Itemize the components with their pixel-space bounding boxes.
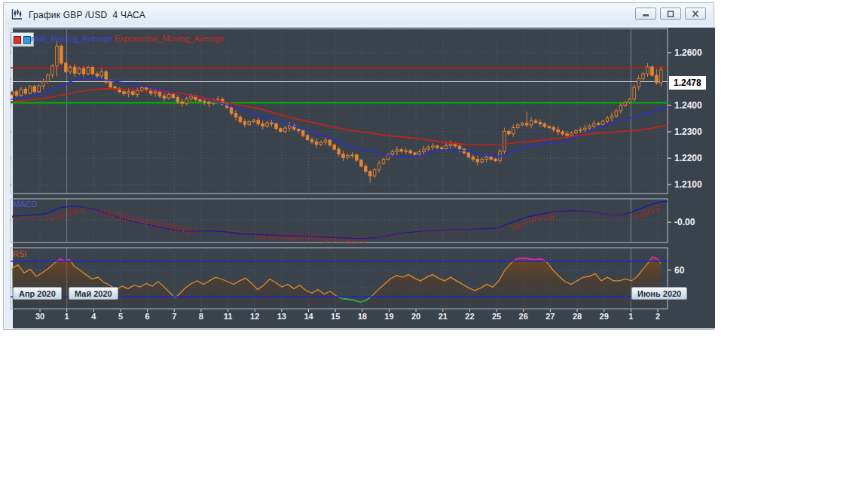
window-title: График GBP /USD 4 ЧАСА bbox=[29, 10, 145, 20]
minimize-button[interactable] bbox=[635, 8, 656, 20]
close-button[interactable] bbox=[685, 8, 706, 20]
minimize-icon bbox=[642, 11, 649, 17]
chart-window-icon bbox=[11, 8, 23, 21]
price-chart[interactable] bbox=[9, 24, 711, 325]
restore-icon bbox=[667, 11, 674, 17]
desktop: График GBP /USD 4 ЧАСА ntial_Moving_Aver… bbox=[0, 0, 868, 488]
close-icon bbox=[692, 11, 699, 17]
restore-button[interactable] bbox=[660, 8, 681, 20]
window-titlebar[interactable]: График GBP /USD 4 ЧАСА bbox=[5, 5, 712, 25]
